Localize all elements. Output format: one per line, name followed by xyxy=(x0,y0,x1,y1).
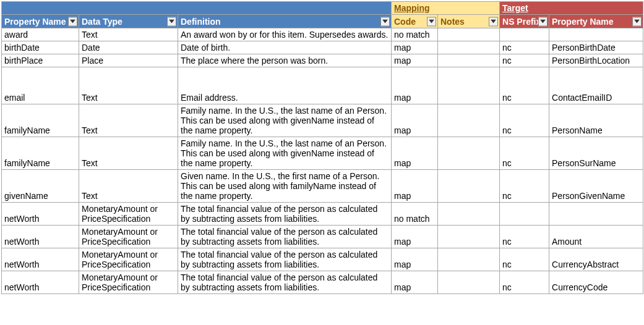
cell-definition[interactable]: Email address. xyxy=(178,67,392,104)
col-header-notes[interactable]: Notes xyxy=(438,15,500,28)
cell-data-type[interactable]: MonetaryAmount or PriceSpecification xyxy=(79,271,178,294)
cell-data-type[interactable]: Text xyxy=(79,67,178,104)
svg-marker-5 xyxy=(540,20,546,23)
cell-notes[interactable] xyxy=(438,248,500,271)
cell-code[interactable]: map xyxy=(392,226,438,248)
svg-marker-4 xyxy=(491,20,496,23)
cell-ns-prefix[interactable]: nc xyxy=(500,41,549,54)
cell-target-property-name[interactable]: ContactEmailID xyxy=(549,67,643,104)
cell-definition[interactable]: Family name. In the U.S., the last name … xyxy=(178,104,392,137)
cell-notes[interactable] xyxy=(438,271,500,294)
cell-definition[interactable]: Given name. In the U.S., the first name … xyxy=(178,170,392,203)
cell-ns-prefix[interactable]: nc xyxy=(500,137,549,170)
cell-notes[interactable] xyxy=(438,104,500,137)
cell-property-name[interactable]: email xyxy=(2,67,79,104)
cell-code[interactable]: map xyxy=(392,54,438,67)
table-row: netWorthMonetaryAmount or PriceSpecifica… xyxy=(2,226,643,248)
cell-property-name[interactable]: familyName xyxy=(2,137,79,170)
cell-data-type[interactable]: Text xyxy=(79,170,178,203)
cell-notes[interactable] xyxy=(438,67,500,104)
cell-property-name[interactable]: netWorth xyxy=(2,248,79,271)
cell-target-property-name[interactable]: PersonSurName xyxy=(549,137,643,170)
col-header-property-name[interactable]: Property Name xyxy=(2,15,79,28)
cell-code[interactable]: map xyxy=(392,67,438,104)
cell-code[interactable]: map xyxy=(392,41,438,54)
cell-data-type[interactable]: MonetaryAmount or PriceSpecification xyxy=(79,226,178,248)
cell-definition[interactable]: The total financial value of the person … xyxy=(178,248,392,271)
col-header-ns-prefix[interactable]: NS Prefix xyxy=(500,15,549,28)
cell-property-name[interactable]: familyName xyxy=(2,104,79,137)
cell-ns-prefix[interactable] xyxy=(500,203,549,226)
cell-target-property-name[interactable] xyxy=(549,203,643,226)
cell-data-type[interactable]: Text xyxy=(79,28,178,41)
cell-code[interactable]: map xyxy=(392,104,438,137)
cell-target-property-name[interactable]: PersonGivenName xyxy=(549,170,643,203)
cell-code[interactable]: map xyxy=(392,170,438,203)
col-header-definition[interactable]: Definition xyxy=(178,15,392,28)
group-header-row: Mapping Target xyxy=(2,2,643,15)
cell-code[interactable]: map xyxy=(392,137,438,170)
cell-property-name[interactable]: netWorth xyxy=(2,226,79,248)
filter-dropdown-icon[interactable] xyxy=(427,17,436,26)
cell-definition[interactable]: The total financial value of the person … xyxy=(178,271,392,294)
cell-notes[interactable] xyxy=(438,28,500,41)
cell-definition[interactable]: An award won by or for this item. Supers… xyxy=(178,28,392,41)
filter-dropdown-icon[interactable] xyxy=(538,17,547,26)
filter-dropdown-icon[interactable] xyxy=(68,17,77,26)
cell-property-name[interactable]: birthPlace xyxy=(2,54,79,67)
col-header-data-type[interactable]: Data Type xyxy=(79,15,178,28)
cell-data-type[interactable]: Text xyxy=(79,137,178,170)
cell-property-name[interactable]: givenName xyxy=(2,170,79,203)
col-header-code[interactable]: Code xyxy=(392,15,438,28)
cell-definition[interactable]: The place where the person was born. xyxy=(178,54,392,67)
cell-definition[interactable]: Family name. In the U.S., the last name … xyxy=(178,137,392,170)
cell-target-property-name[interactable]: CurrencyAbstract xyxy=(549,248,643,271)
filter-dropdown-icon[interactable] xyxy=(380,17,390,26)
col-header-target-property-name[interactable]: Property Name xyxy=(549,15,643,28)
cell-definition[interactable]: Date of birth. xyxy=(178,41,392,54)
cell-ns-prefix[interactable]: nc xyxy=(500,170,549,203)
cell-notes[interactable] xyxy=(438,54,500,67)
cell-ns-prefix[interactable] xyxy=(500,28,549,41)
cell-notes[interactable] xyxy=(438,226,500,248)
filter-dropdown-icon[interactable] xyxy=(632,17,642,26)
cell-data-type[interactable]: Text xyxy=(79,104,178,137)
cell-code[interactable]: map xyxy=(392,248,438,271)
cell-ns-prefix[interactable]: nc xyxy=(500,54,549,67)
cell-notes[interactable] xyxy=(438,137,500,170)
cell-data-type[interactable]: Place xyxy=(79,54,178,67)
svg-marker-6 xyxy=(634,20,640,23)
group-header-mapping: Mapping xyxy=(392,2,500,15)
cell-definition[interactable]: The total financial value of the person … xyxy=(178,226,392,248)
cell-code[interactable]: map xyxy=(392,271,438,294)
table-row: familyNameTextFamily name. In the U.S., … xyxy=(2,137,643,170)
table-row: awardTextAn award won by or for this ite… xyxy=(2,28,643,41)
cell-target-property-name[interactable]: PersonBirthLocation xyxy=(549,54,643,67)
cell-data-type[interactable]: Date xyxy=(79,41,178,54)
cell-property-name[interactable]: birthDate xyxy=(2,41,79,54)
cell-target-property-name[interactable]: CurrencyCode xyxy=(549,271,643,294)
column-header-row: Property Name Data Type Definition Code … xyxy=(2,15,643,28)
filter-dropdown-icon[interactable] xyxy=(489,17,498,26)
cell-target-property-name[interactable]: PersonBirthDate xyxy=(549,41,643,54)
cell-code[interactable]: no match xyxy=(392,203,438,226)
cell-property-name[interactable]: netWorth xyxy=(2,203,79,226)
cell-notes[interactable] xyxy=(438,41,500,54)
cell-code[interactable]: no match xyxy=(392,28,438,41)
cell-definition[interactable]: The total financial value of the person … xyxy=(178,203,392,226)
filter-dropdown-icon[interactable] xyxy=(167,17,176,26)
cell-data-type[interactable]: MonetaryAmount or PriceSpecification xyxy=(79,203,178,226)
cell-notes[interactable] xyxy=(438,203,500,226)
cell-property-name[interactable]: netWorth xyxy=(2,271,79,294)
cell-target-property-name[interactable]: Amount xyxy=(549,226,643,248)
cell-ns-prefix[interactable]: nc xyxy=(500,271,549,294)
cell-ns-prefix[interactable]: nc xyxy=(500,248,549,271)
cell-target-property-name[interactable] xyxy=(549,28,643,41)
cell-ns-prefix[interactable]: nc xyxy=(500,226,549,248)
cell-notes[interactable] xyxy=(438,170,500,203)
cell-property-name[interactable]: award xyxy=(2,28,79,41)
cell-ns-prefix[interactable]: nc xyxy=(500,104,549,137)
cell-data-type[interactable]: MonetaryAmount or PriceSpecification xyxy=(79,248,178,271)
cell-ns-prefix[interactable]: nc xyxy=(500,67,549,104)
cell-target-property-name[interactable]: PersonName xyxy=(549,104,643,137)
